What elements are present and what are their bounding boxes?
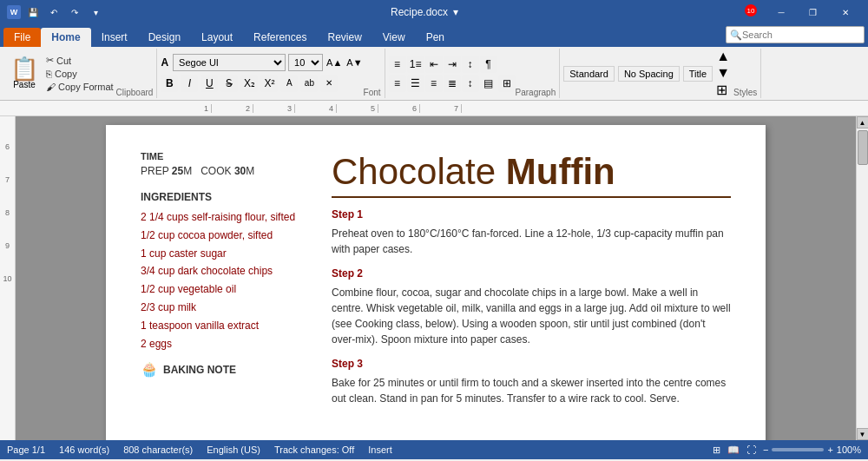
doc-area[interactable]: TIME PREP 25M COOK 30M INGREDIENTS 2 1/4… — [16, 116, 856, 440]
save-quick[interactable]: 💾 — [24, 5, 42, 19]
recipe-layout: TIME PREP 25M COOK 30M INGREDIENTS 2 1/4… — [141, 151, 731, 406]
time-section: TIME PREP 25M COOK 30M — [141, 151, 314, 177]
main-area: 6 7 8 9 10 TIME PREP 25M COOK 30M — [0, 116, 868, 440]
fullscreen-icon[interactable]: ⛶ — [746, 445, 756, 455]
dropdown-arrow[interactable]: ▾ — [453, 6, 458, 18]
cut-button[interactable]: ✂ Cut — [43, 54, 116, 67]
zoom-slider[interactable] — [772, 448, 824, 451]
undo-quick[interactable]: ↶ — [45, 5, 62, 19]
redo-quick[interactable]: ↷ — [66, 5, 83, 19]
scrollbar-thumb[interactable] — [858, 130, 868, 165]
shrink-icon[interactable]: A▼ — [345, 56, 363, 69]
underline-button[interactable]: U — [201, 75, 218, 92]
font-size-select[interactable]: 10 — [288, 54, 323, 71]
step-3-label: Step 3 — [332, 358, 731, 370]
step-3-text: Bake for 25 minutes or until firm to tou… — [332, 375, 731, 406]
filename: Recipe.docx — [391, 6, 448, 18]
styles-up[interactable]: ▲ — [716, 49, 730, 64]
copy-format-label: Copy Format — [58, 82, 114, 92]
paste-icon: 📋 — [10, 57, 38, 80]
grow-icon[interactable]: A▲ — [326, 56, 343, 69]
indent-decrease-button[interactable]: ⇤ — [425, 56, 443, 73]
shading-button[interactable]: ▤ — [480, 75, 497, 92]
prep-label: PREP — [141, 165, 168, 177]
font-face-select[interactable]: Segoe UI — [173, 54, 286, 71]
tab-references[interactable]: References — [243, 28, 317, 47]
superscript-button[interactable]: X² — [260, 75, 278, 92]
align-center-button[interactable]: ☰ — [407, 75, 424, 92]
font-controls: A Segoe UI 10 A▲ A▼ B I U S̶ X₂ X² A ab … — [161, 52, 363, 95]
styles-items: Standard No Spacing Title ▲ ▼ ⊞ — [563, 49, 730, 98]
style-title[interactable]: Title — [683, 66, 713, 82]
clipboard-buttons: 📋 Paste ✂ Cut ⎘ Copy 🖌 Copy Format — [7, 53, 116, 95]
strikethrough-button[interactable]: S̶ — [220, 75, 238, 92]
align-right-button[interactable]: ≡ — [425, 75, 443, 92]
tab-review[interactable]: Review — [317, 28, 372, 47]
bold-button[interactable]: B — [161, 75, 178, 92]
recipe-title: Chocolate Muffin — [332, 151, 731, 198]
line-spacing-button[interactable]: ↕ — [462, 75, 479, 92]
copy-format-button[interactable]: 🖌 Copy Format — [43, 81, 116, 93]
italic-button[interactable]: I — [181, 75, 198, 92]
style-no-spacing[interactable]: No Spacing — [618, 66, 680, 82]
bullets-button[interactable]: ≡ — [389, 56, 406, 73]
ingredient-7: 1 teaspoon vanilla extract — [141, 319, 314, 333]
app-icon: W — [7, 5, 21, 19]
para-row-1: ≡ 1≡ ⇤ ⇥ ↕ ¶ — [389, 56, 516, 73]
justify-button[interactable]: ≣ — [444, 75, 461, 92]
styles-label: Styles — [733, 88, 757, 98]
close-button[interactable]: ✕ — [830, 0, 861, 24]
paste-button[interactable]: 📋 Paste — [7, 56, 42, 91]
recipe-title-normal: Chocolate — [332, 151, 506, 192]
tab-insert[interactable]: Insert — [91, 28, 138, 47]
left-ruler: 6 7 8 9 10 — [0, 116, 16, 440]
show-marks-button[interactable]: ¶ — [480, 56, 497, 73]
styles-more[interactable]: ⊞ — [716, 82, 730, 98]
search-container: 🔍 — [726, 26, 865, 43]
zoom-out[interactable]: − — [763, 445, 768, 455]
tab-pen[interactable]: Pen — [416, 28, 455, 47]
highlight-button[interactable]: ab — [300, 75, 318, 92]
more-quick[interactable]: ▾ — [87, 5, 104, 19]
right-scrollbar: ▲ ▼ — [856, 116, 868, 440]
sort-button[interactable]: ↕ — [462, 56, 479, 73]
step-2: Step 2 Combine flour, cocoa, sugar and c… — [332, 267, 731, 347]
clear-format-button[interactable]: ✕ — [320, 75, 338, 92]
scrollbar-track — [857, 128, 868, 428]
style-standard[interactable]: Standard — [563, 66, 615, 82]
zoom-in[interactable]: + — [827, 445, 832, 455]
window-controls: ─ ❐ ✕ — [766, 0, 861, 24]
layout-icon[interactable]: ⊞ — [713, 445, 720, 456]
cut-icon: ✂ — [46, 55, 54, 66]
tab-layout[interactable]: Layout — [191, 28, 243, 47]
search-box[interactable]: 🔍 — [726, 26, 865, 43]
tab-view[interactable]: View — [372, 28, 416, 47]
tab-home[interactable]: Home — [41, 28, 90, 47]
text-color-button[interactable]: A — [280, 75, 298, 92]
font-row-2: B I U S̶ X₂ X² A ab ✕ — [161, 75, 363, 92]
styles-down[interactable]: ▼ — [716, 65, 730, 81]
read-icon[interactable]: 📖 — [727, 445, 740, 456]
borders-button[interactable]: ⊞ — [498, 75, 516, 92]
copy-button[interactable]: ⎘ Copy — [43, 68, 116, 80]
subscript-button[interactable]: X₂ — [240, 75, 258, 92]
tab-file[interactable]: File — [3, 28, 41, 47]
tab-design[interactable]: Design — [138, 28, 191, 47]
align-left-button[interactable]: ≡ — [389, 75, 406, 92]
ruler-mark-3: 3 — [253, 104, 295, 113]
restore-button[interactable]: ❐ — [798, 0, 829, 24]
search-icon: 🔍 — [730, 30, 742, 41]
numbering-button[interactable]: 1≡ — [407, 56, 424, 73]
notification-badge[interactable]: 10 — [745, 4, 757, 16]
left-ruler-6: 6 — [5, 142, 10, 151]
scrollbar-up[interactable]: ▲ — [857, 116, 869, 128]
scrollbar-down[interactable]: ▼ — [857, 428, 869, 440]
indent-increase-button[interactable]: ⇥ — [444, 56, 461, 73]
minimize-button[interactable]: ─ — [766, 0, 797, 24]
step-1-text: Preheat oven to 180°C/160°C fan-forced. … — [332, 226, 731, 257]
search-input[interactable] — [742, 30, 855, 40]
prep-unit: M — [183, 165, 192, 177]
status-track: Track changes: Off — [274, 445, 354, 455]
title-bar-center: Recipe.docx ▾ — [391, 6, 458, 18]
status-bar-right: ⊞ 📖 ⛶ − + 100% — [713, 445, 861, 456]
